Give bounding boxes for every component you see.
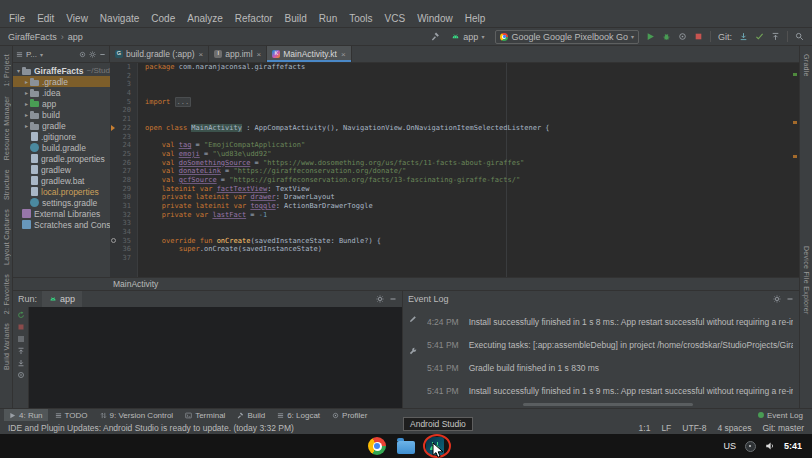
- code-editor[interactable]: 1package com.naranjaconsal.giraffefacts2…: [110, 63, 799, 277]
- panel-settings-icon[interactable]: [773, 295, 781, 303]
- event-log-entries[interactable]: 4:24 PMInstall successfully finished in …: [423, 307, 799, 408]
- tree-expand-icon[interactable]: ▸: [23, 122, 30, 129]
- menu-tools[interactable]: Tools: [344, 12, 377, 25]
- tree-expand-icon[interactable]: ▸: [23, 78, 30, 85]
- code-line[interactable]: 2: [110, 72, 799, 81]
- tree-item-gradle.properties[interactable]: gradle.properties: [13, 153, 110, 164]
- line-number[interactable]: 26: [110, 159, 137, 168]
- line-number[interactable]: 35: [110, 237, 137, 246]
- line-number[interactable]: 2: [110, 72, 137, 81]
- status-widget-lf[interactable]: LF: [661, 423, 671, 433]
- tool-window-button-build[interactable]: Build: [232, 409, 270, 421]
- code-line[interactable]: 21: [110, 115, 799, 124]
- status-widget-4-spaces[interactable]: 4 spaces: [717, 423, 751, 433]
- tree-item-build.gradle[interactable]: build.gradle: [13, 142, 110, 153]
- tool-window-button-6--logcat[interactable]: 6: Logcat: [272, 409, 325, 421]
- menu-run[interactable]: Run: [314, 12, 342, 25]
- status-widget-utf-8[interactable]: UTF-8: [682, 423, 706, 433]
- line-number[interactable]: 22: [110, 124, 137, 133]
- run-config-selector[interactable]: app ▾: [447, 30, 488, 44]
- run-console[interactable]: [29, 307, 402, 408]
- tool-window-button-event-log[interactable]: Event Log: [753, 411, 808, 420]
- code-line[interactable]: 37: [110, 254, 799, 263]
- code-line[interactable]: 5import ...: [110, 98, 799, 107]
- rerun-button[interactable]: [17, 311, 25, 319]
- code-line[interactable]: 34: [110, 228, 799, 237]
- line-number[interactable]: 5: [110, 98, 137, 107]
- code-line[interactable]: 1package com.naranjaconsal.giraffefacts: [110, 63, 799, 72]
- tool-window-button-9--version-control[interactable]: 9: Version Control: [95, 409, 179, 421]
- tree-item-gradlew[interactable]: gradlew: [13, 164, 110, 175]
- stop-button[interactable]: [694, 32, 703, 41]
- tree-item-settings.gradle[interactable]: settings.gradle: [13, 197, 110, 208]
- menu-view[interactable]: View: [61, 12, 93, 25]
- debug-button[interactable]: [662, 32, 671, 41]
- code-line[interactable]: 26 val doSomethingSource = "https://www.…: [110, 159, 799, 168]
- menu-edit[interactable]: Edit: [32, 12, 59, 25]
- menu-help[interactable]: Help: [460, 12, 491, 25]
- hide-panel-icon[interactable]: [786, 295, 794, 303]
- menu-file[interactable]: File: [4, 12, 30, 25]
- menu-build[interactable]: Build: [280, 12, 312, 25]
- tree-expand-icon[interactable]: ▾: [15, 67, 22, 74]
- tree-item-.gitignore[interactable]: .gitignore: [13, 131, 110, 142]
- code-line[interactable]: 24 val tag = "EmojiCompatApplication": [110, 141, 799, 150]
- line-number[interactable]: 20: [110, 106, 137, 115]
- tree-item-.gradle[interactable]: ▸.gradle: [13, 76, 110, 87]
- code-line[interactable]: 4: [110, 89, 799, 98]
- tree-item-giraffefacts[interactable]: ▾GiraffeFacts~/StudioProjects/GiraffeF: [13, 65, 110, 76]
- device-selector[interactable]: Google Google Pixelbook Go ▾: [495, 30, 639, 44]
- breadcrumb-class[interactable]: MainActivity: [113, 279, 158, 289]
- tab-build.gradle---app-[interactable]: Gbuild.gradle (:app)×: [110, 46, 209, 62]
- code-line[interactable]: 33: [110, 219, 799, 228]
- panel-settings-icon[interactable]: [376, 295, 384, 303]
- scroll-up-icon[interactable]: [17, 347, 25, 355]
- line-number[interactable]: 21: [110, 115, 137, 124]
- line-number[interactable]: 4: [110, 89, 137, 98]
- android-studio-app-icon[interactable]: [426, 437, 444, 455]
- tree-item-scratches-and-consoles[interactable]: Scratches and Consoles: [13, 219, 110, 230]
- edit-filters-icon[interactable]: [409, 315, 417, 323]
- line-number[interactable]: 34: [110, 228, 137, 237]
- code-line[interactable]: 29 lateinit var factTextView: TextView: [110, 185, 799, 194]
- tree-item-gradlew.bat[interactable]: gradlew.bat: [13, 175, 110, 186]
- tree-item-external-libraries[interactable]: External Libraries: [13, 208, 110, 219]
- code-line[interactable]: 30 private lateinit var drawer: DrawerLa…: [110, 193, 799, 202]
- code-line[interactable]: 27 val donateLink = "https://giraffecons…: [110, 167, 799, 176]
- override-gutter-icon[interactable]: [111, 238, 116, 243]
- clock[interactable]: 5:41: [784, 441, 802, 451]
- tree-expand-icon[interactable]: ▸: [23, 111, 30, 118]
- hide-panel-icon[interactable]: [389, 295, 397, 303]
- code-line[interactable]: 28 val gcfSource = "https://giraffeconse…: [110, 176, 799, 185]
- tool-window-button-profiler[interactable]: Profiler: [327, 409, 372, 421]
- pin-console-icon[interactable]: [17, 371, 25, 379]
- line-number[interactable]: 24: [110, 141, 137, 150]
- git-push-icon[interactable]: [771, 32, 780, 41]
- tool-button-build-variants[interactable]: Build Variants: [3, 323, 10, 370]
- build-icon[interactable]: [237, 412, 244, 419]
- status-widget-1-1[interactable]: 1:1: [639, 423, 651, 433]
- line-number[interactable]: 3: [110, 80, 137, 89]
- status-message[interactable]: IDE and Plugin Updates: Android Studio i…: [8, 423, 294, 433]
- line-number[interactable]: 33: [110, 219, 137, 228]
- menu-window[interactable]: Window: [412, 12, 458, 25]
- todo-icon[interactable]: [55, 412, 62, 419]
- tree-item-local.properties[interactable]: local.properties: [13, 186, 110, 197]
- run-tab-app[interactable]: app: [42, 291, 82, 307]
- line-number[interactable]: 25: [110, 150, 137, 159]
- code-line[interactable]: 35 override fun onCreate(savedInstanceSt…: [110, 237, 799, 246]
- scroll-down-icon[interactable]: [17, 359, 25, 367]
- tab-app.iml[interactable]: Iapp.iml×: [209, 46, 267, 62]
- panel-settings-icon[interactable]: [89, 51, 96, 58]
- menu-analyze[interactable]: Analyze: [182, 12, 228, 25]
- menu-code[interactable]: Code: [146, 12, 180, 25]
- stop-button[interactable]: [17, 323, 25, 331]
- tool-button-2--favorites[interactable]: 2: Favorites: [3, 274, 10, 314]
- tool-button-gradle[interactable]: Gradle: [803, 54, 810, 77]
- files-app-icon[interactable]: [397, 441, 415, 454]
- code-line[interactable]: 25 val emoji = "\ud83e\udd92": [110, 150, 799, 159]
- line-number[interactable]: 29: [110, 185, 137, 194]
- breadcrumb-module[interactable]: app: [68, 32, 83, 42]
- close-tab-icon[interactable]: ×: [199, 50, 204, 59]
- line-number[interactable]: 37: [110, 254, 137, 263]
